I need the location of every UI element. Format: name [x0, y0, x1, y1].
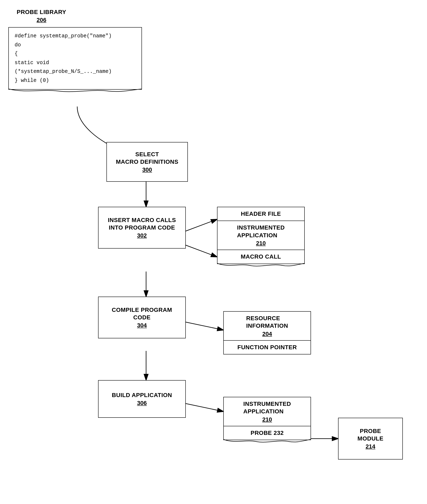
header-file-compound: HEADER FILE INSTRUMENTED APPLICATION 210… — [217, 207, 305, 264]
insert-macro-box: INSERT MACRO CALLS INTO PROGRAM CODE 302 — [98, 207, 186, 248]
select-macro-box: SELECT MACRO DEFINITIONS 300 — [107, 142, 188, 182]
probe-library-code-box: #define systemtap_probe("name") do { sta… — [8, 27, 142, 90]
resource-info-compound: RESOURCE INFORMATION 204 FUNCTION POINTE… — [223, 311, 311, 355]
code-line-5: } while (0) — [15, 76, 136, 85]
function-pointer-label: FUNCTION POINTER — [237, 344, 297, 351]
build-app-box: BUILD APPLICATION 306 — [98, 380, 186, 418]
svg-line-5 — [184, 322, 223, 330]
probe-232-label: PROBE 232 — [251, 429, 284, 437]
resource-info-label: RESOURCE INFORMATION — [246, 315, 288, 330]
header-file-label: HEADER FILE — [241, 210, 281, 218]
code-line-3: { — [15, 49, 136, 58]
svg-line-3 — [184, 244, 217, 257]
svg-line-2 — [184, 219, 217, 232]
macro-call-label: MACRO CALL — [241, 253, 281, 260]
instrumented-app2-compound: INSTRUMENTED APPLICATION 210 PROBE 232 — [223, 397, 311, 440]
code-line-4: static void (*systemtap_probe_N/S_..._na… — [15, 58, 136, 76]
resource-info-num: 204 — [262, 331, 272, 337]
code-line-2: do — [15, 41, 136, 50]
instr-app-num: 210 — [256, 240, 266, 247]
instr-app2-num: 210 — [262, 416, 272, 423]
instr-app2-label: INSTRUMENTED APPLICATION — [243, 400, 291, 415]
svg-line-7 — [184, 403, 223, 411]
probe-module-box: PROBE MODULE 214 — [338, 418, 403, 459]
probe-library-title: PROBE LIBRARY 206 — [17, 8, 66, 23]
instr-app-label: INSTRUMENTED APPLICATION — [237, 224, 285, 239]
code-line-1: #define systemtap_probe("name") — [15, 32, 136, 41]
diagram-container: PROBE LIBRARY 206 #define systemtap_prob… — [0, 0, 427, 504]
compile-box: COMPILE PROGRAM CODE 304 — [98, 297, 186, 338]
